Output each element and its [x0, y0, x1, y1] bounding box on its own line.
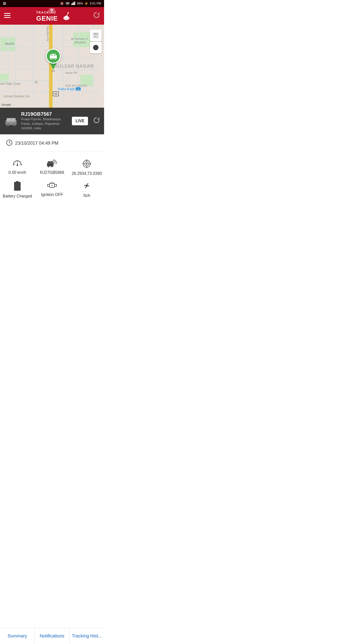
map-label-rajastha: (Rajastha	[74, 41, 86, 44]
svg-rect-17	[51, 54, 53, 56]
svg-point-63	[86, 185, 88, 187]
fan-label: N/A	[83, 193, 90, 198]
map-label-banar: Banar Rd	[65, 71, 77, 74]
svg-line-38	[9, 143, 11, 143]
live-button[interactable]: LIVE	[72, 117, 88, 125]
svg-rect-18	[54, 54, 56, 56]
image-icon: 🖼	[3, 2, 6, 5]
map-label-raikabagh-transit: Raika Bagh 🚌	[58, 87, 81, 91]
svg-rect-2	[73, 2, 74, 5]
svg-rect-28	[7, 118, 11, 121]
car-signal-icon	[47, 159, 58, 168]
svg-line-41	[14, 164, 15, 165]
battery-charged-icon	[14, 181, 21, 192]
google-watermark: Google	[2, 103, 11, 106]
high-court-icon: ⊕	[35, 80, 38, 84]
app-header: TRACKING GENIE	[0, 7, 104, 25]
vehicle-refresh-button[interactable]	[93, 117, 100, 125]
coordinates-value: 26.2934,73.0390	[72, 171, 102, 176]
map-controls	[90, 30, 102, 53]
svg-rect-55	[14, 182, 20, 190]
battery-label: Battery Charged	[3, 194, 32, 198]
svg-rect-1	[72, 3, 73, 5]
charging-icon: ⚡	[84, 2, 88, 5]
svg-rect-20	[93, 35, 98, 38]
svg-rect-59	[55, 184, 57, 186]
timestamp-row: 23/10/2017 04:49 PM	[0, 134, 104, 152]
timestamp-value: 23/10/2017 04:49 PM	[15, 141, 58, 146]
vehicle-info-bar: RJ19GB7567 Poata Flyover, Bhadwasiya, Pa…	[0, 108, 104, 134]
clock-icon	[6, 139, 13, 147]
vehicle-plate: RJ19GB7567	[21, 111, 69, 117]
svg-rect-35	[16, 121, 17, 123]
svg-point-47	[51, 165, 53, 167]
vehicle-address: Poata Flyover, Bhadwasiya, Paota, Jodhpu…	[21, 117, 69, 131]
mute-icon: 🔇	[60, 2, 64, 5]
vehicle-details: RJ19GB7567 Poata Flyover, Bhadwasiya, Pa…	[21, 111, 69, 131]
svg-rect-6	[4, 17, 11, 18]
map-layer-button[interactable]	[90, 30, 102, 41]
svg-point-12	[68, 12, 69, 14]
stats-grid: 0.00 km/h RJ27GB5968	[0, 152, 104, 204]
map-label-rupayan: Rupayan S	[74, 37, 88, 40]
ignition-stat: Ignition OFF	[35, 178, 69, 201]
zoo-icon: ☺	[3, 94, 6, 98]
time-display: 4:51 PM	[90, 2, 101, 5]
route-16-sign: 16	[53, 91, 59, 96]
svg-point-40	[17, 165, 18, 166]
svg-point-33	[14, 125, 15, 126]
status-right: 🔇 98% ⚡ 4:51 PM	[60, 2, 101, 6]
svg-rect-56	[16, 181, 19, 183]
battery-status: 98%	[77, 2, 83, 5]
speed-value: 0.00 km/h	[9, 170, 26, 175]
speedometer-icon	[12, 159, 22, 168]
app-logo: TRACKING GENIE	[27, 9, 77, 23]
menu-button[interactable]	[4, 12, 11, 19]
rupayan-icon: ⊕	[71, 37, 73, 41]
map-view[interactable]: Mandore Rd PAOTA GULZAR NAGAR RAI KA BAG…	[0, 25, 104, 108]
svg-point-50	[86, 163, 87, 165]
svg-point-15	[51, 58, 52, 59]
wifi-icon	[65, 2, 70, 6]
ignition-label: Ignition OFF	[41, 192, 63, 197]
svg-rect-34	[5, 121, 6, 123]
svg-rect-58	[48, 184, 50, 186]
battery-stat: Battery Charged	[0, 178, 35, 201]
target-icon	[82, 159, 91, 169]
speed-stat: 0.00 km/h	[0, 157, 35, 178]
svg-rect-4	[4, 13, 11, 14]
map-label-umed: Umed Garden Zoo	[5, 95, 30, 98]
vehicle-icon	[4, 116, 18, 126]
svg-point-16	[55, 58, 56, 59]
svg-rect-5	[4, 15, 11, 16]
ignition-icon	[47, 181, 58, 190]
vehicle-map-pin[interactable]	[46, 49, 61, 64]
svg-line-11	[67, 13, 68, 16]
svg-rect-0	[71, 3, 72, 5]
coordinates-stat: 26.2934,73.0390	[69, 157, 104, 178]
svg-point-31	[8, 125, 9, 126]
road-label-mandore: Mandore Rd	[46, 26, 49, 42]
fan-icon	[82, 181, 92, 191]
map-label-highcourt: nan High Court	[0, 82, 20, 86]
refresh-button[interactable]	[93, 12, 100, 20]
svg-point-46	[48, 165, 50, 167]
gps-id-stat: RJ27GB5968	[35, 157, 69, 178]
status-left: 🖼	[3, 2, 6, 5]
map-label-paota: PAOTA	[5, 42, 14, 45]
svg-rect-29	[12, 118, 15, 121]
svg-rect-45	[48, 161, 53, 164]
map-satellite-button[interactable]	[90, 42, 102, 53]
svg-text:GENIE: GENIE	[36, 15, 58, 22]
svg-line-42	[20, 164, 21, 165]
svg-rect-3	[74, 2, 75, 5]
signal-icon	[71, 2, 75, 6]
fan-stat: N/A	[69, 178, 104, 201]
gps-id-value: RJ27GB5968	[40, 170, 64, 175]
status-bar: 🖼 🔇 98% ⚡ 4:51 PM	[0, 0, 104, 7]
